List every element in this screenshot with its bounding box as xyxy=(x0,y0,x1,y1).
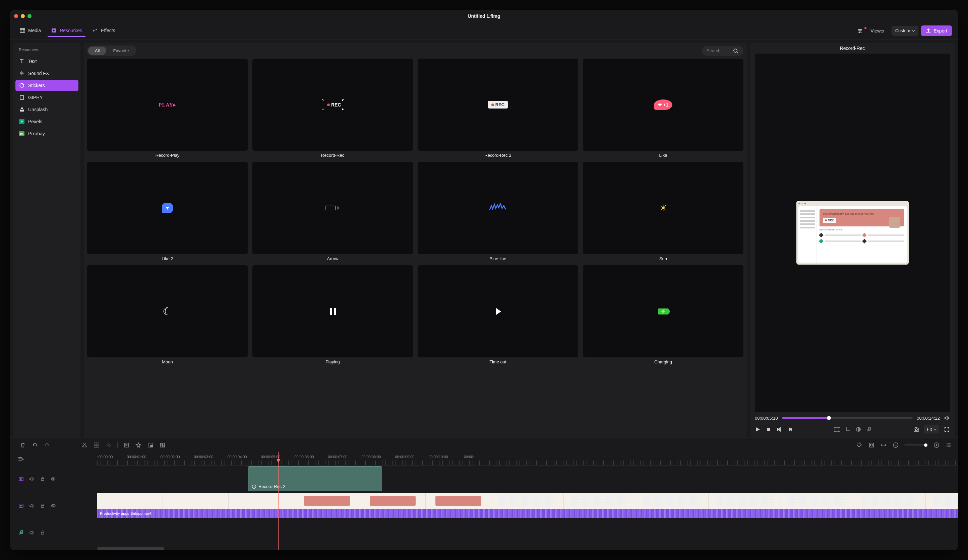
track-headers xyxy=(10,452,97,550)
link-button[interactable] xyxy=(105,442,112,448)
track-visibility-button[interactable] xyxy=(50,476,56,482)
sticker-item[interactable]: ☾Moon xyxy=(87,265,248,364)
preview-title: Record-Rec xyxy=(750,43,955,54)
pip-button[interactable] xyxy=(147,442,154,448)
star-button[interactable] xyxy=(135,442,142,448)
soundfx-icon xyxy=(19,70,25,76)
stickers-icon xyxy=(19,83,25,88)
track-mute-button[interactable] xyxy=(29,503,35,509)
svg-point-41 xyxy=(53,478,54,480)
minimize-button[interactable] xyxy=(21,14,25,18)
audio-icon[interactable] xyxy=(866,426,872,433)
fullscreen-icon[interactable] xyxy=(944,426,950,433)
zoom-in-button[interactable] xyxy=(933,442,940,448)
sticker-item[interactable]: ❤ +1Like xyxy=(583,59,743,158)
play-button[interactable] xyxy=(755,426,761,433)
search-input[interactable] xyxy=(706,48,730,53)
track-area[interactable]: 00:00:00:00 00:00:01:00 00:00:02:00 00:0… xyxy=(97,452,958,550)
track-mute-button[interactable] xyxy=(29,530,35,535)
sidebar-item-pixabay[interactable]: px Pixabay xyxy=(15,128,78,139)
scrub-row: 00:00:05:10 00:00:14:22 xyxy=(750,411,955,423)
close-button[interactable] xyxy=(14,14,18,18)
add-track-button[interactable] xyxy=(10,452,97,466)
volume-icon[interactable] xyxy=(944,415,950,421)
notification-dot xyxy=(864,27,867,29)
sticker-item[interactable]: Blue line xyxy=(418,162,578,261)
scrub-bar[interactable] xyxy=(782,417,913,419)
fit-select[interactable]: Fit xyxy=(924,425,939,433)
undo-button[interactable] xyxy=(31,442,38,448)
sidebar-item-unsplash[interactable]: Unsplash xyxy=(15,104,78,115)
sticker-clip[interactable]: Record-Rec 2 xyxy=(248,466,382,491)
sticker-item[interactable]: PLAY▸Record-Play xyxy=(87,59,248,158)
track-lock-button[interactable] xyxy=(40,503,46,509)
track-mute-button[interactable] xyxy=(29,476,35,482)
segment-favorite[interactable]: Favorite xyxy=(106,46,136,55)
mask-button[interactable] xyxy=(159,442,166,448)
sticker-item[interactable]: RECRecord-Rec 2 xyxy=(418,59,578,158)
search-field[interactable] xyxy=(702,46,743,56)
time-ruler[interactable]: 00:00:00:00 00:00:01:00 00:00:02:00 00:0… xyxy=(97,452,958,466)
prev-frame-button[interactable] xyxy=(776,426,782,433)
preview-canvas[interactable]: This amazing new app will change your li… xyxy=(755,54,950,411)
cut-button[interactable] xyxy=(81,442,88,448)
video-clip[interactable]: Productivity apps Setapp.mp4 xyxy=(97,493,958,518)
tag-button[interactable] xyxy=(856,442,863,448)
transform-icon[interactable] xyxy=(834,426,840,433)
sidebar-item-pexels[interactable]: P Pexels xyxy=(15,116,78,127)
next-frame-button[interactable] xyxy=(787,426,793,433)
total-time: 00:00:14:22 xyxy=(917,416,940,421)
sticker-item[interactable]: Playing xyxy=(252,265,413,364)
fit-width-button[interactable] xyxy=(880,442,887,448)
maximize-button[interactable] xyxy=(28,14,31,18)
color-icon[interactable] xyxy=(855,426,862,433)
video-track[interactable]: Productivity apps Setapp.mp4 xyxy=(97,492,958,519)
snapshot-icon[interactable] xyxy=(913,426,919,433)
sidebar-item-stickers[interactable]: Stickers xyxy=(15,80,78,91)
audio-track[interactable] xyxy=(97,519,958,546)
sticker-track[interactable]: Record-Rec 2 xyxy=(97,466,958,492)
sticker-item[interactable]: Time out xyxy=(418,265,578,364)
sidebar-item-soundfx[interactable]: Sound FX xyxy=(15,68,78,79)
track-visibility-button[interactable] xyxy=(50,503,56,509)
redo-button[interactable] xyxy=(43,442,50,448)
sidebar-item-text[interactable]: Text xyxy=(15,56,78,67)
sidebar-item-giphy[interactable]: GIPHY xyxy=(15,92,78,103)
traffic-lights xyxy=(14,14,31,18)
viewer-button[interactable]: Viewer xyxy=(853,25,889,36)
export-button[interactable]: Export xyxy=(921,25,952,36)
tab-media[interactable]: Media xyxy=(16,25,44,37)
zoom-fit-button[interactable] xyxy=(868,442,875,448)
add-track-icon xyxy=(17,456,24,462)
sidebar-title: Resources xyxy=(15,46,78,55)
sticker-item[interactable]: ☀Sun xyxy=(583,162,743,261)
sidebar-item-label: Pexels xyxy=(28,119,42,124)
track-lock-button[interactable] xyxy=(40,476,46,482)
sticker-item[interactable]: ⚡Charging xyxy=(583,265,743,364)
zoom-out-button[interactable] xyxy=(892,442,899,448)
group-button[interactable] xyxy=(93,442,100,448)
svg-rect-21 xyxy=(94,443,96,445)
track-type-video-icon xyxy=(18,476,24,482)
segment-all[interactable]: All xyxy=(88,46,106,55)
svg-rect-37 xyxy=(948,444,951,446)
tab-resources[interactable]: Resources xyxy=(48,25,86,37)
zoom-slider[interactable] xyxy=(904,444,928,446)
svg-rect-11 xyxy=(835,427,839,431)
playhead[interactable] xyxy=(278,452,278,550)
clip-label: Productivity apps Setapp.mp4 xyxy=(100,511,151,515)
track-lock-button[interactable] xyxy=(40,530,46,535)
custom-select[interactable]: Custom xyxy=(892,26,918,35)
stop-button[interactable] xyxy=(766,426,772,433)
timeline-scrollbar[interactable] xyxy=(97,547,958,550)
tab-effects[interactable]: Effects xyxy=(89,25,119,37)
delete-button[interactable] xyxy=(20,442,26,448)
list-view-button[interactable] xyxy=(945,442,952,448)
sticker-item[interactable]: ♥Like 2 xyxy=(87,162,248,261)
svg-point-44 xyxy=(53,505,54,506)
sticker-item[interactable]: Arrow xyxy=(252,162,413,261)
crop-icon[interactable] xyxy=(845,426,851,433)
resources-sidebar: Resources Text Sound FX Stickers GIPHY U… xyxy=(13,43,80,438)
sticker-item[interactable]: RECRecord-Rec xyxy=(252,59,413,158)
marker-button[interactable] xyxy=(123,442,130,448)
